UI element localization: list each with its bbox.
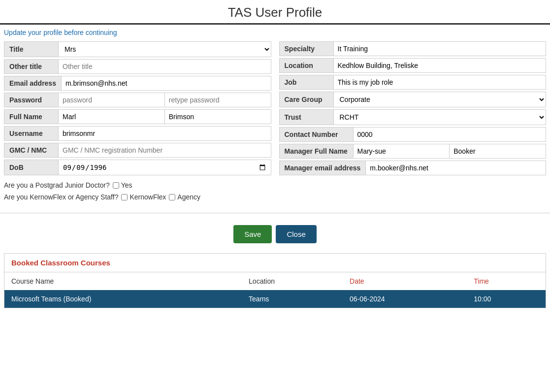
divider — [0, 213, 550, 213]
manager-split — [354, 144, 546, 158]
fullname-split — [59, 110, 271, 124]
specialty-row: Specialty — [279, 41, 547, 56]
trust-row: Trust RCHT Other — [279, 109, 547, 125]
retype-password-input[interactable] — [164, 93, 271, 107]
save-button[interactable]: Save — [233, 225, 272, 243]
specialty-label: Specialty — [280, 42, 334, 56]
username-label: Username — [4, 127, 59, 140]
job-row: Job — [279, 75, 547, 90]
kernowflex-checkbox-label[interactable]: KernowFlex — [121, 193, 166, 201]
yes-checkbox[interactable] — [113, 182, 119, 189]
agency-question-label: Are you KernowFlex or Agency Staff? — [4, 193, 118, 201]
location-row: Location — [279, 58, 547, 73]
manager-firstname-input[interactable] — [354, 144, 450, 158]
caregroup-row: Care Group Corporate Other — [279, 92, 547, 107]
caregroup-select[interactable]: Corporate Other — [334, 92, 546, 107]
agency-label: Agency — [177, 193, 200, 201]
title-select[interactable]: Mrs Mr Miss Ms Dr Prof — [59, 42, 271, 57]
contact-input[interactable] — [354, 128, 546, 141]
caregroup-label: Care Group — [280, 92, 334, 107]
manager-email-input[interactable] — [366, 161, 546, 175]
manager-lastname-input[interactable] — [449, 144, 546, 158]
agency-checkbox[interactable] — [169, 194, 175, 200]
other-title-row: Other title — [4, 59, 271, 74]
dob-row: DoB — [4, 160, 271, 175]
gmc-label: GMC / NMC — [4, 143, 59, 157]
left-column: Title Mrs Mr Miss Ms Dr Prof Other title… — [4, 41, 271, 177]
page-title: TAS User Profile — [0, 0, 550, 25]
password-split — [59, 93, 271, 107]
manager-email-row: Manager email address — [279, 161, 547, 175]
courses-thead: Course Name Location Date Time — [4, 272, 546, 290]
email-row: Email address — [4, 76, 271, 91]
password-input[interactable] — [59, 93, 164, 107]
gmc-row: GMC / NMC — [4, 143, 271, 158]
agency-row: Are you KernowFlex or Agency Staff? Kern… — [4, 193, 546, 201]
fullname-label: Full Name — [4, 110, 59, 124]
manager-label: Manager Full Name — [280, 144, 354, 158]
manager-name-row: Manager Full Name — [279, 144, 547, 159]
close-button[interactable]: Close — [276, 225, 316, 243]
location-input[interactable] — [334, 59, 546, 72]
trust-select[interactable]: RCHT Other — [334, 110, 546, 125]
courses-section: Booked Classroom Courses Course Name Loc… — [4, 253, 546, 308]
password-label: Password — [4, 93, 59, 107]
right-column: Specialty Location Job Care Group Corpor… — [279, 41, 547, 177]
password-row: Password — [4, 93, 271, 107]
courses-header-row: Course Name Location Date Time — [4, 272, 546, 290]
title-row: Title Mrs Mr Miss Ms Dr Prof — [4, 41, 271, 57]
col-course-name: Course Name — [4, 272, 242, 290]
postgrad-row: Are you a Postgrad Junior Doctor? Yes — [4, 181, 546, 189]
trust-label: Trust — [280, 110, 334, 125]
yes-checkbox-label[interactable]: Yes — [113, 181, 132, 189]
col-time: Time — [467, 272, 546, 290]
col-date: Date — [343, 272, 467, 290]
contact-row: Contact Number — [279, 127, 547, 142]
kernowflex-label: KernowFlex — [129, 193, 166, 201]
specialty-input[interactable] — [334, 42, 546, 56]
manager-email-label: Manager email address — [280, 161, 366, 175]
contact-label: Contact Number — [280, 128, 354, 141]
job-label: Job — [280, 75, 334, 89]
profile-form: Title Mrs Mr Miss Ms Dr Prof Other title… — [0, 41, 550, 177]
email-input[interactable] — [62, 76, 271, 90]
update-notice: Update your profile before continuing — [4, 29, 546, 36]
firstname-input[interactable] — [59, 110, 164, 124]
username-row: Username — [4, 126, 271, 141]
other-title-label: Other title — [4, 60, 59, 73]
agency-checkbox-label[interactable]: Agency — [169, 193, 200, 201]
title-label: Title — [4, 42, 59, 57]
username-input[interactable] — [59, 127, 271, 140]
dob-label: DoB — [4, 160, 59, 175]
checkboxes-section: Are you a Postgrad Junior Doctor? Yes Ar… — [0, 177, 550, 207]
gmc-input[interactable] — [59, 143, 271, 157]
courses-header: Booked Classroom Courses — [4, 254, 546, 272]
courses-tbody: Microsoft Teams (Booked)Teams06-06-20241… — [4, 290, 546, 308]
yes-label: Yes — [121, 181, 132, 189]
kernowflex-checkbox[interactable] — [121, 194, 128, 200]
postgrad-label: Are you a Postgrad Junior Doctor? — [4, 181, 110, 189]
job-input[interactable] — [334, 75, 546, 89]
lastname-input[interactable] — [164, 110, 271, 124]
fullname-row: Full Name — [4, 109, 271, 124]
table-row: Microsoft Teams (Booked)Teams06-06-20241… — [4, 290, 546, 308]
dob-input[interactable] — [59, 160, 271, 175]
col-location: Location — [242, 272, 343, 290]
email-label: Email address — [4, 76, 62, 90]
buttons-row: Save Close — [0, 219, 550, 249]
location-label: Location — [280, 59, 334, 72]
courses-table: Course Name Location Date Time Microsoft… — [4, 272, 546, 308]
other-title-input[interactable] — [59, 60, 271, 73]
